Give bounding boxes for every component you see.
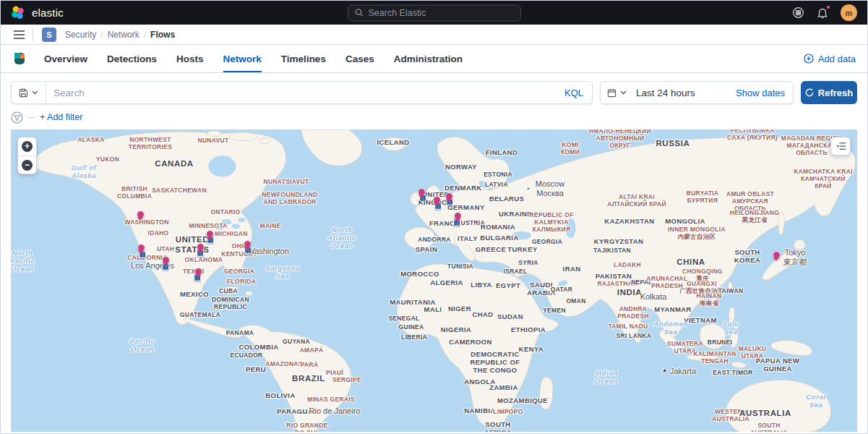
tab-timelines[interactable]: Timelines xyxy=(281,45,326,72)
cloud-deployment-icon[interactable] xyxy=(792,7,804,19)
date-picker: Last 24 hours Show dates xyxy=(600,81,794,104)
plus-circle-icon xyxy=(804,54,814,64)
map-pin-marker[interactable] xyxy=(773,251,781,259)
divider xyxy=(33,28,33,41)
map-pin-marker[interactable] xyxy=(194,268,202,276)
map-pin-marker[interactable] xyxy=(244,240,252,248)
refresh-button[interactable]: Refresh xyxy=(801,81,857,104)
chevron-down-icon xyxy=(32,90,38,95)
breadcrumb: Security / Network / Flows xyxy=(65,30,175,40)
filter-icon[interactable] xyxy=(11,111,23,124)
query-bar: Search KQL Last 24 hours Show dates Refr… xyxy=(11,81,857,104)
notification-badge xyxy=(825,4,831,10)
elastic-logo-icon xyxy=(11,6,25,20)
add-data-button[interactable]: Add data xyxy=(804,54,856,64)
notifications-bell-icon[interactable] xyxy=(817,7,828,19)
map-pin-marker[interactable] xyxy=(206,230,214,238)
legend-icon xyxy=(835,141,846,151)
tab-cases[interactable]: Cases xyxy=(345,45,374,72)
filter-bar: + Add filter xyxy=(11,109,857,125)
app-window: elastic Search Elastic m xyxy=(0,0,868,434)
tab-overview[interactable]: Overview xyxy=(44,45,87,72)
map-zoom-control: + − xyxy=(17,137,37,174)
kql-search-input[interactable]: Search xyxy=(46,88,556,98)
security-nav: OverviewDetectionsHostsNetworkTimelinesC… xyxy=(1,45,867,73)
global-search-input[interactable]: Search Elastic xyxy=(348,4,521,21)
tab-administration[interactable]: Administration xyxy=(394,45,463,72)
kql-search-bar: Search KQL xyxy=(11,81,593,104)
global-header: elastic Search Elastic m xyxy=(1,1,867,25)
map-legend-toggle-button[interactable] xyxy=(830,137,851,156)
user-avatar[interactable]: m xyxy=(841,4,857,21)
zoom-in-button[interactable]: + xyxy=(18,137,36,156)
map-pin-marker[interactable] xyxy=(162,256,170,264)
map-pin-marker[interactable] xyxy=(445,192,453,200)
map-pin-marker[interactable] xyxy=(137,210,145,218)
menu-hamburger-icon[interactable] xyxy=(5,25,33,44)
breadcrumb-bar: S Security / Network / Flows xyxy=(1,25,867,45)
time-range-value[interactable]: Last 24 hours xyxy=(633,88,736,98)
tab-detections[interactable]: Detections xyxy=(107,45,157,72)
elastic-brand[interactable]: elastic xyxy=(11,6,64,20)
breadcrumb-flows: Flows xyxy=(150,30,175,40)
breadcrumb-security[interactable]: Security xyxy=(65,30,96,40)
zoom-out-button[interactable]: − xyxy=(18,156,36,174)
global-search-placeholder: Search Elastic xyxy=(369,8,426,18)
search-icon xyxy=(355,9,364,17)
divider xyxy=(28,117,35,118)
add-filter-button[interactable]: + Add filter xyxy=(40,112,82,122)
save-icon xyxy=(19,88,28,98)
tab-list: OverviewDetectionsHostsNetworkTimelinesC… xyxy=(44,45,463,72)
map-pin-marker[interactable] xyxy=(454,212,462,220)
space-badge[interactable]: S xyxy=(42,27,56,42)
tab-network[interactable]: Network xyxy=(223,45,262,72)
world-basemap xyxy=(11,129,857,432)
map-pin-marker[interactable] xyxy=(418,188,426,196)
calendar-icon xyxy=(607,88,616,98)
map-pin-marker[interactable] xyxy=(197,243,205,251)
brand-name: elastic xyxy=(32,7,64,19)
flows-world-map[interactable]: ALASKAYUKONNORTHWESTTERRITORIESNUNAVUTCA… xyxy=(11,129,857,432)
date-quick-select-button[interactable] xyxy=(601,82,633,103)
tab-hosts[interactable]: Hosts xyxy=(176,45,204,72)
security-solution-icon xyxy=(12,51,27,66)
map-pin-marker[interactable] xyxy=(433,196,441,204)
query-language-button[interactable]: KQL xyxy=(556,88,592,98)
saved-query-menu-button[interactable] xyxy=(12,82,46,103)
chevron-down-icon xyxy=(620,90,627,95)
refresh-icon xyxy=(805,88,814,97)
show-dates-button[interactable]: Show dates xyxy=(736,88,793,98)
map-pin-marker[interactable] xyxy=(137,244,145,252)
breadcrumb-network[interactable]: Network xyxy=(108,30,139,40)
